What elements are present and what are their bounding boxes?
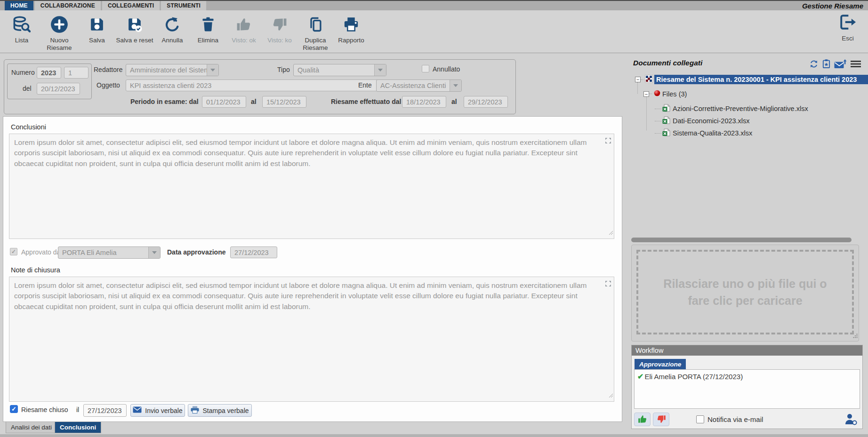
rapporto-button[interactable]: Rapporto [333, 13, 369, 44]
numero-progressivo-field[interactable]: 1 [64, 67, 88, 79]
salva-label: Salva [89, 37, 105, 44]
refresh-icon[interactable] [809, 59, 819, 71]
gestione-riesame-window: HOME COLLABORAZIONE COLLEGAMENTI STRUMEN… [0, 0, 868, 437]
files-label: Files (3) [662, 90, 687, 98]
data-approvazione-field[interactable]: 27/12/2023 [230, 246, 277, 258]
tree-root-row[interactable]: − Riesame del Sistema n. 20230001 - KPI … [635, 75, 868, 84]
files-node-icon [654, 90, 660, 98]
riesame-chiuso-checkbox[interactable]: ✓ [10, 405, 18, 413]
resize-handle[interactable] [608, 228, 613, 238]
del-date-field[interactable]: 20/12/2023 [37, 83, 80, 95]
chevron-down-icon[interactable] [450, 80, 461, 91]
salva-e-reset-label: Salva e reset [116, 37, 153, 44]
approvato-da-checkbox[interactable]: ✓ [10, 248, 17, 255]
stampa-verbale-button[interactable]: Stampa verbale [188, 404, 252, 417]
resize-grip[interactable] [853, 332, 858, 340]
copy-icon [307, 13, 324, 36]
nuovo-riesame-label: Nuovo Riesame [40, 37, 79, 51]
undo-icon [164, 13, 181, 36]
approve-thumb-up-button[interactable] [634, 413, 651, 426]
resize-handle[interactable] [608, 390, 613, 401]
excel-file-icon [662, 104, 670, 113]
annullato-label: Annullato [433, 65, 460, 73]
workflow-entries-list[interactable]: ✔ Eli Amelia PORTA (27/12/2023) [634, 369, 860, 409]
file-name: Sistema-Qualita-2023.xlsx [673, 129, 752, 137]
tree-file-row[interactable]: Sistema-Qualita-2023.xlsx [655, 128, 752, 138]
visto-ko-label: Visto: ko [267, 37, 292, 44]
redattore-select[interactable]: Amministratore del Sistema [126, 64, 219, 76]
collapse-icon[interactable]: − [635, 77, 641, 82]
tree-file-row[interactable]: Dati-Economici-2023.xlsx [655, 116, 750, 126]
riesame-effettuato-label: Riesame effettuato dal [331, 98, 401, 105]
oggetto-field[interactable]: KPI assistenza clienti 2023 [126, 79, 386, 91]
save-check-icon [126, 13, 143, 36]
annullato-checkbox[interactable] [422, 65, 429, 72]
visto-ko-button[interactable]: Visto: ko [262, 13, 297, 44]
invio-verbale-button[interactable]: Invio verbale [130, 404, 185, 417]
riesame-dal-field[interactable]: 18/12/2023 [402, 96, 446, 108]
assign-person-button[interactable] [844, 413, 858, 425]
riesame-chiuso-label: Riesame chiuso [21, 406, 68, 413]
trash-icon [200, 13, 216, 36]
tree-connector [646, 96, 647, 130]
approvatore-select[interactable]: PORTA Eli Amelia [58, 246, 161, 259]
del-label: del [23, 85, 32, 92]
documenti-collegati-panel: Documenti collegati [627, 53, 868, 437]
envelope-icon [133, 406, 142, 414]
tree-root-label[interactable]: Riesame del Sistema n. 20230001 - KPI as… [654, 75, 868, 84]
al-label: al [451, 98, 457, 105]
annulla-label: Annulla [161, 37, 183, 44]
workflow-tab-approvazione[interactable]: Approvazione [635, 359, 686, 370]
envelope-upload-icon[interactable] [834, 59, 847, 71]
expand-icon[interactable] [605, 279, 611, 290]
redattore-value: Amministratore del Sistema [126, 66, 207, 74]
ente-select[interactable]: AC-Assistenza Clienti [376, 79, 462, 92]
nuovo-riesame-button[interactable]: Nuovo Riesame [40, 13, 79, 51]
tab-home[interactable]: HOME [5, 1, 33, 10]
tab-strumenti[interactable]: STRUMENTI [161, 1, 206, 10]
salva-button[interactable]: Salva [79, 13, 115, 44]
notifica-email-checkbox[interactable] [696, 415, 704, 423]
annulla-button[interactable]: Annulla [154, 13, 190, 44]
esci-button[interactable]: Esci [831, 13, 864, 42]
invio-verbale-label: Invio verbale [145, 407, 182, 414]
tab-collegamenti[interactable]: COLLEGAMENTI [102, 1, 160, 10]
salva-e-reset-button[interactable]: Salva e reset [115, 13, 154, 44]
numero-anno-field[interactable]: 2023 [37, 67, 61, 79]
conclusioni-textarea[interactable]: Lorem ipsum dolor sit amet, consectetur … [9, 134, 614, 239]
ente-label: Ente [358, 81, 372, 89]
reject-thumb-down-button[interactable] [653, 413, 669, 426]
tree-files-row[interactable]: − Files (3) [643, 90, 687, 98]
clipboard-icon[interactable] [822, 59, 831, 71]
stampa-verbale-label: Stampa verbale [202, 407, 249, 414]
dropzone[interactable]: Rilasciare uno o più file qui o fare cli… [636, 250, 854, 334]
periodo-al-field[interactable]: 15/12/2023 [262, 96, 306, 108]
elimina-button[interactable]: Elimina [190, 13, 226, 44]
hamburger-menu-icon[interactable] [850, 59, 861, 71]
horizontal-scrollbar[interactable] [631, 238, 852, 242]
expand-icon[interactable] [605, 136, 611, 147]
visto-ok-button[interactable]: Visto: ok [226, 13, 262, 44]
chevron-down-icon[interactable] [148, 247, 160, 258]
approvatore-value: PORTA Eli Amelia [58, 249, 148, 256]
periodo-label: Periodo in esame: dal [130, 98, 199, 105]
data-approvazione-label: Data approvazione [167, 248, 225, 256]
collapse-icon[interactable]: − [643, 91, 649, 97]
file-name: Dati-Economici-2023.xlsx [673, 117, 750, 125]
visto-ok-label: Visto: ok [232, 37, 256, 44]
chevron-down-icon[interactable] [207, 64, 218, 76]
toolbar: Lista Nuovo Riesame Salva [0, 10, 868, 53]
duplica-riesame-button[interactable]: Duplica Riesame [297, 13, 333, 51]
printer-icon [343, 13, 360, 36]
tipo-select[interactable]: Qualità [293, 64, 386, 76]
note-di-chiusura-textarea[interactable]: Lorem ipsum dolor sit amet, consectetur … [9, 277, 614, 402]
riesame-chiuso-date-field[interactable]: 27/12/2023 [83, 404, 127, 417]
tab-analisi-dei-dati[interactable]: Analisi dei dati [6, 422, 57, 433]
riesame-al-field[interactable]: 29/12/2023 [464, 96, 508, 108]
tab-collaborazione[interactable]: COLLABORAZIONE [35, 1, 101, 10]
tree-file-row[interactable]: Azioni-Correttive-Preventive-Migliorativ… [655, 104, 808, 113]
tab-conclusioni[interactable]: Conclusioni [55, 422, 101, 433]
lista-button[interactable]: Lista [4, 13, 40, 44]
periodo-dal-field[interactable]: 01/12/2023 [202, 96, 246, 108]
chevron-down-icon[interactable] [374, 64, 386, 76]
